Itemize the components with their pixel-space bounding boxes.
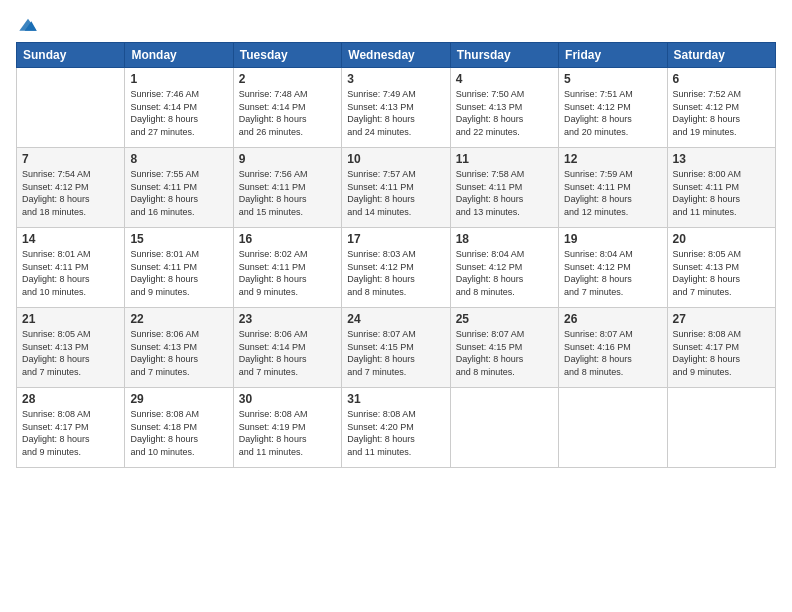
day-number: 27	[673, 312, 770, 326]
header-saturday: Saturday	[667, 43, 775, 68]
calendar-cell: 22Sunrise: 8:06 AM Sunset: 4:13 PM Dayli…	[125, 308, 233, 388]
day-info: Sunrise: 8:08 AM Sunset: 4:17 PM Dayligh…	[22, 408, 119, 458]
calendar-cell: 12Sunrise: 7:59 AM Sunset: 4:11 PM Dayli…	[559, 148, 667, 228]
calendar-cell	[17, 68, 125, 148]
calendar-cell: 2Sunrise: 7:48 AM Sunset: 4:14 PM Daylig…	[233, 68, 341, 148]
day-number: 10	[347, 152, 444, 166]
calendar-cell: 1Sunrise: 7:46 AM Sunset: 4:14 PM Daylig…	[125, 68, 233, 148]
calendar-cell: 28Sunrise: 8:08 AM Sunset: 4:17 PM Dayli…	[17, 388, 125, 468]
day-info: Sunrise: 8:08 AM Sunset: 4:20 PM Dayligh…	[347, 408, 444, 458]
day-info: Sunrise: 7:54 AM Sunset: 4:12 PM Dayligh…	[22, 168, 119, 218]
day-number: 11	[456, 152, 553, 166]
day-number: 25	[456, 312, 553, 326]
day-number: 21	[22, 312, 119, 326]
day-info: Sunrise: 8:06 AM Sunset: 4:13 PM Dayligh…	[130, 328, 227, 378]
calendar-cell: 13Sunrise: 8:00 AM Sunset: 4:11 PM Dayli…	[667, 148, 775, 228]
day-number: 9	[239, 152, 336, 166]
calendar-cell: 11Sunrise: 7:58 AM Sunset: 4:11 PM Dayli…	[450, 148, 558, 228]
header-monday: Monday	[125, 43, 233, 68]
calendar-cell: 26Sunrise: 8:07 AM Sunset: 4:16 PM Dayli…	[559, 308, 667, 388]
calendar-cell: 25Sunrise: 8:07 AM Sunset: 4:15 PM Dayli…	[450, 308, 558, 388]
day-number: 3	[347, 72, 444, 86]
day-number: 5	[564, 72, 661, 86]
calendar-cell: 31Sunrise: 8:08 AM Sunset: 4:20 PM Dayli…	[342, 388, 450, 468]
header-tuesday: Tuesday	[233, 43, 341, 68]
calendar-cell: 9Sunrise: 7:56 AM Sunset: 4:11 PM Daylig…	[233, 148, 341, 228]
day-info: Sunrise: 7:52 AM Sunset: 4:12 PM Dayligh…	[673, 88, 770, 138]
day-number: 8	[130, 152, 227, 166]
day-number: 19	[564, 232, 661, 246]
day-info: Sunrise: 8:00 AM Sunset: 4:11 PM Dayligh…	[673, 168, 770, 218]
day-info: Sunrise: 8:08 AM Sunset: 4:17 PM Dayligh…	[673, 328, 770, 378]
day-info: Sunrise: 8:04 AM Sunset: 4:12 PM Dayligh…	[456, 248, 553, 298]
calendar-cell: 24Sunrise: 8:07 AM Sunset: 4:15 PM Dayli…	[342, 308, 450, 388]
day-number: 30	[239, 392, 336, 406]
day-number: 31	[347, 392, 444, 406]
logo-icon	[18, 14, 38, 34]
calendar-cell: 7Sunrise: 7:54 AM Sunset: 4:12 PM Daylig…	[17, 148, 125, 228]
day-info: Sunrise: 8:07 AM Sunset: 4:15 PM Dayligh…	[456, 328, 553, 378]
day-info: Sunrise: 7:58 AM Sunset: 4:11 PM Dayligh…	[456, 168, 553, 218]
calendar-cell: 3Sunrise: 7:49 AM Sunset: 4:13 PM Daylig…	[342, 68, 450, 148]
calendar-cell	[450, 388, 558, 468]
day-number: 28	[22, 392, 119, 406]
day-info: Sunrise: 8:08 AM Sunset: 4:19 PM Dayligh…	[239, 408, 336, 458]
header-wednesday: Wednesday	[342, 43, 450, 68]
day-number: 22	[130, 312, 227, 326]
header-thursday: Thursday	[450, 43, 558, 68]
calendar-week-4: 28Sunrise: 8:08 AM Sunset: 4:17 PM Dayli…	[17, 388, 776, 468]
calendar-week-2: 14Sunrise: 8:01 AM Sunset: 4:11 PM Dayli…	[17, 228, 776, 308]
calendar-week-1: 7Sunrise: 7:54 AM Sunset: 4:12 PM Daylig…	[17, 148, 776, 228]
day-number: 29	[130, 392, 227, 406]
header	[16, 10, 776, 34]
day-info: Sunrise: 8:04 AM Sunset: 4:12 PM Dayligh…	[564, 248, 661, 298]
calendar-cell: 20Sunrise: 8:05 AM Sunset: 4:13 PM Dayli…	[667, 228, 775, 308]
calendar-cell: 10Sunrise: 7:57 AM Sunset: 4:11 PM Dayli…	[342, 148, 450, 228]
calendar-cell: 21Sunrise: 8:05 AM Sunset: 4:13 PM Dayli…	[17, 308, 125, 388]
day-info: Sunrise: 7:57 AM Sunset: 4:11 PM Dayligh…	[347, 168, 444, 218]
calendar-cell: 27Sunrise: 8:08 AM Sunset: 4:17 PM Dayli…	[667, 308, 775, 388]
calendar-cell: 5Sunrise: 7:51 AM Sunset: 4:12 PM Daylig…	[559, 68, 667, 148]
day-info: Sunrise: 8:01 AM Sunset: 4:11 PM Dayligh…	[130, 248, 227, 298]
page: SundayMondayTuesdayWednesdayThursdayFrid…	[0, 0, 792, 612]
header-sunday: Sunday	[17, 43, 125, 68]
day-number: 26	[564, 312, 661, 326]
calendar-table: SundayMondayTuesdayWednesdayThursdayFrid…	[16, 42, 776, 468]
logo	[16, 14, 38, 34]
day-info: Sunrise: 8:02 AM Sunset: 4:11 PM Dayligh…	[239, 248, 336, 298]
calendar-cell: 15Sunrise: 8:01 AM Sunset: 4:11 PM Dayli…	[125, 228, 233, 308]
day-info: Sunrise: 7:49 AM Sunset: 4:13 PM Dayligh…	[347, 88, 444, 138]
day-number: 17	[347, 232, 444, 246]
day-info: Sunrise: 8:03 AM Sunset: 4:12 PM Dayligh…	[347, 248, 444, 298]
calendar-cell: 18Sunrise: 8:04 AM Sunset: 4:12 PM Dayli…	[450, 228, 558, 308]
day-number: 6	[673, 72, 770, 86]
day-info: Sunrise: 8:01 AM Sunset: 4:11 PM Dayligh…	[22, 248, 119, 298]
calendar-cell: 17Sunrise: 8:03 AM Sunset: 4:12 PM Dayli…	[342, 228, 450, 308]
day-number: 20	[673, 232, 770, 246]
day-number: 23	[239, 312, 336, 326]
day-number: 2	[239, 72, 336, 86]
day-info: Sunrise: 7:48 AM Sunset: 4:14 PM Dayligh…	[239, 88, 336, 138]
day-number: 14	[22, 232, 119, 246]
day-number: 7	[22, 152, 119, 166]
day-info: Sunrise: 7:46 AM Sunset: 4:14 PM Dayligh…	[130, 88, 227, 138]
day-number: 18	[456, 232, 553, 246]
day-number: 24	[347, 312, 444, 326]
calendar-cell: 8Sunrise: 7:55 AM Sunset: 4:11 PM Daylig…	[125, 148, 233, 228]
day-number: 13	[673, 152, 770, 166]
day-number: 4	[456, 72, 553, 86]
day-number: 12	[564, 152, 661, 166]
day-number: 15	[130, 232, 227, 246]
calendar-cell: 4Sunrise: 7:50 AM Sunset: 4:13 PM Daylig…	[450, 68, 558, 148]
calendar-week-0: 1Sunrise: 7:46 AM Sunset: 4:14 PM Daylig…	[17, 68, 776, 148]
day-info: Sunrise: 7:51 AM Sunset: 4:12 PM Dayligh…	[564, 88, 661, 138]
day-info: Sunrise: 8:08 AM Sunset: 4:18 PM Dayligh…	[130, 408, 227, 458]
calendar-week-3: 21Sunrise: 8:05 AM Sunset: 4:13 PM Dayli…	[17, 308, 776, 388]
calendar-cell: 14Sunrise: 8:01 AM Sunset: 4:11 PM Dayli…	[17, 228, 125, 308]
calendar-cell: 29Sunrise: 8:08 AM Sunset: 4:18 PM Dayli…	[125, 388, 233, 468]
calendar-cell	[667, 388, 775, 468]
calendar-cell	[559, 388, 667, 468]
day-info: Sunrise: 7:50 AM Sunset: 4:13 PM Dayligh…	[456, 88, 553, 138]
day-info: Sunrise: 7:56 AM Sunset: 4:11 PM Dayligh…	[239, 168, 336, 218]
calendar-cell: 30Sunrise: 8:08 AM Sunset: 4:19 PM Dayli…	[233, 388, 341, 468]
